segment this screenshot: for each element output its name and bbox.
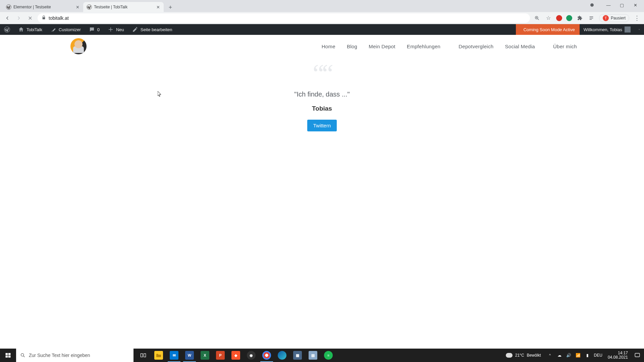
nav-depot[interactable]: Mein Depot [369, 44, 395, 49]
tab-title: Testseite | TobiTalk [94, 5, 154, 9]
nav-recommendations[interactable]: Empfehlungen [407, 44, 440, 49]
tab-title: Elementor | Testseite [13, 5, 73, 9]
wp-comment-count: 0 [97, 27, 100, 32]
clock-date: 04.08.2021 [608, 355, 628, 360]
page-content: ““ "Ich finde, dass ..." Tobias Twittern [0, 58, 644, 131]
notepad-icon[interactable]: ▤ [305, 349, 321, 362]
profile-chip[interactable]: T Pausiert [599, 14, 629, 22]
close-icon[interactable]: ✕ [631, 0, 640, 10]
stop-icon[interactable] [26, 14, 34, 22]
wp-customizer-label: Customizer [59, 27, 81, 32]
clock[interactable]: 14:17 04.08.2021 [606, 351, 630, 360]
svg-rect-7 [6, 356, 8, 358]
start-button[interactable] [0, 349, 16, 362]
tray-overflow-icon[interactable]: ^ [547, 353, 553, 357]
home-icon [18, 26, 24, 33]
site-logo[interactable] [70, 38, 87, 54]
cloud-icon [506, 353, 513, 358]
wp-edit-page[interactable]: Seite bearbeiten [128, 24, 176, 35]
svg-rect-5 [6, 353, 8, 355]
nav-home[interactable]: Home [322, 44, 335, 49]
weather-widget[interactable]: 21°C Bewölkt [506, 353, 541, 358]
pencil-icon [132, 26, 138, 33]
wp-site-home[interactable]: TobiTalk [14, 24, 46, 35]
taskbar-search[interactable]: Zur Suche Text hier eingeben [16, 349, 133, 362]
svg-rect-10 [141, 354, 143, 357]
battery-icon[interactable]: ▮ [585, 353, 591, 358]
edge-icon[interactable] [274, 349, 290, 362]
adblock-icon[interactable] [556, 15, 562, 21]
svg-point-9 [21, 354, 24, 356]
svg-rect-11 [144, 354, 146, 357]
tweet-button[interactable]: Twittern [307, 120, 337, 131]
excel-icon[interactable]: X [197, 349, 213, 362]
site-nav: Home Blog Mein Depot Empfehlungen Depotv… [322, 44, 577, 49]
task-view-icon[interactable] [136, 349, 151, 362]
close-icon[interactable]: ✕ [156, 5, 160, 9]
new-tab-button[interactable]: + [166, 3, 175, 12]
wp-user-menu[interactable]: Willkommen, Tobias [580, 24, 635, 35]
profile-status: Pausiert [611, 16, 626, 20]
reading-list-icon[interactable] [588, 14, 595, 22]
address-bar: tobitalk.at ☆ T Pausiert ⋮ [0, 12, 644, 24]
nav-depot-compare[interactable]: Depotvergleich [459, 44, 493, 49]
word-icon[interactable]: W [182, 349, 197, 362]
profile-avatar-icon: T [603, 15, 609, 21]
language-indicator[interactable]: DEU [594, 353, 602, 358]
file-explorer-icon[interactable] [151, 349, 166, 362]
wp-admin-bar: TobiTalk Customizer 0 Neu Seite bearbeit… [0, 24, 644, 35]
zoom-icon[interactable] [533, 14, 541, 22]
wordpress-icon [87, 4, 92, 10]
quote-author: Tobias [312, 105, 332, 112]
wp-customizer[interactable]: Customizer [46, 24, 85, 35]
extension-icon[interactable] [566, 15, 572, 21]
nav-about[interactable]: Über mich [553, 44, 577, 49]
account-dot-icon[interactable] [590, 3, 594, 7]
wifi-icon[interactable]: 📶 [575, 353, 581, 358]
wp-new[interactable]: Neu [104, 24, 128, 35]
extensions-icon[interactable] [576, 14, 584, 22]
task-icons: ✉ W X P ◆ ◉ ▦ ▤ ≡ [136, 349, 336, 362]
window-controls: — ▢ ✕ [586, 0, 644, 10]
obs-icon[interactable]: ◉ [244, 349, 259, 362]
weather-temp: 21°C [515, 353, 524, 358]
chrome-icon[interactable] [259, 349, 274, 362]
maximize-icon[interactable]: ▢ [617, 0, 627, 10]
mail-icon[interactable]: ✉ [166, 349, 182, 362]
onedrive-icon[interactable]: ☁ [556, 353, 562, 358]
volume-icon[interactable]: 🔊 [566, 353, 572, 358]
coming-soon-badge[interactable]: Coming Soon Mode Active [516, 24, 579, 35]
close-icon[interactable]: ✕ [75, 5, 80, 9]
star-icon[interactable]: ☆ [545, 14, 552, 22]
wp-search[interactable] [635, 24, 644, 35]
wp-site-name: TobiTalk [26, 27, 42, 32]
brush-icon [50, 26, 56, 33]
brave-icon[interactable]: ◆ [228, 349, 244, 362]
app-icon[interactable]: ▦ [290, 349, 305, 362]
spotify-icon[interactable]: ≡ [321, 349, 336, 362]
back-icon[interactable] [3, 14, 11, 22]
wordpress-icon [4, 26, 10, 33]
url-input[interactable]: tobitalk.at [38, 13, 530, 23]
taskbar: Zur Suche Text hier eingeben ✉ W X P ◆ ◉… [0, 349, 644, 362]
nav-social[interactable]: Social Media [505, 44, 535, 49]
wp-comments[interactable]: 0 [85, 24, 104, 35]
powerpoint-icon[interactable]: P [213, 349, 228, 362]
wp-logo[interactable] [0, 24, 14, 35]
svg-rect-12 [635, 353, 640, 357]
comment-icon [89, 26, 95, 33]
nav-blog[interactable]: Blog [347, 44, 357, 49]
wp-edit-label: Seite bearbeiten [141, 27, 172, 32]
svg-point-4 [639, 29, 640, 30]
svg-rect-8 [8, 356, 11, 358]
weather-desc: Bewölkt [527, 353, 541, 358]
address-bar-right: ☆ T Pausiert ⋮ [533, 14, 641, 22]
url-text: tobitalk.at [49, 15, 69, 21]
browser-tab[interactable]: Testseite | TobiTalk ✕ [83, 2, 164, 12]
search-placeholder: Zur Suche Text hier eingeben [29, 353, 90, 358]
minimize-icon[interactable]: — [604, 0, 613, 10]
wp-new-label: Neu [116, 27, 124, 32]
notifications-icon[interactable] [633, 351, 641, 359]
kebab-icon[interactable]: ⋮ [633, 14, 641, 22]
browser-tab[interactable]: Elementor | Testseite ✕ [3, 2, 83, 12]
